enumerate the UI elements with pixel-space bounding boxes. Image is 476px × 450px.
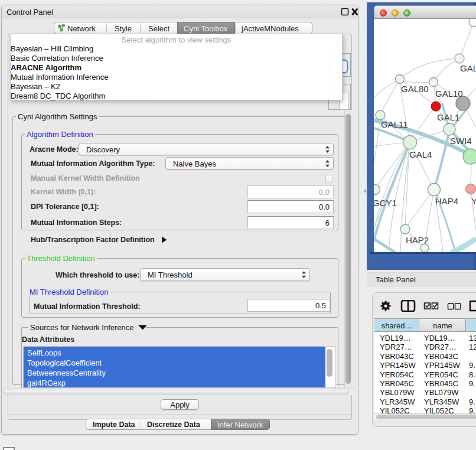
svg-text:GAL4: GAL4 bbox=[409, 149, 432, 159]
svg-text:GCY1: GCY1 bbox=[374, 198, 397, 208]
svg-text:SWI4: SWI4 bbox=[450, 136, 472, 146]
svg-text:HAP2: HAP2 bbox=[406, 235, 429, 245]
svg-text:HAP4: HAP4 bbox=[435, 196, 458, 206]
svg-text:GAL10: GAL10 bbox=[435, 89, 463, 99]
svg-text:YJL: YJL bbox=[471, 196, 476, 206]
svg-text:GAL11: GAL11 bbox=[381, 119, 408, 129]
svg-text:GAL1: GAL1 bbox=[437, 112, 459, 122]
svg-text:GAL80: GAL80 bbox=[401, 84, 429, 94]
svg-text:GAL2: GAL2 bbox=[460, 63, 476, 73]
